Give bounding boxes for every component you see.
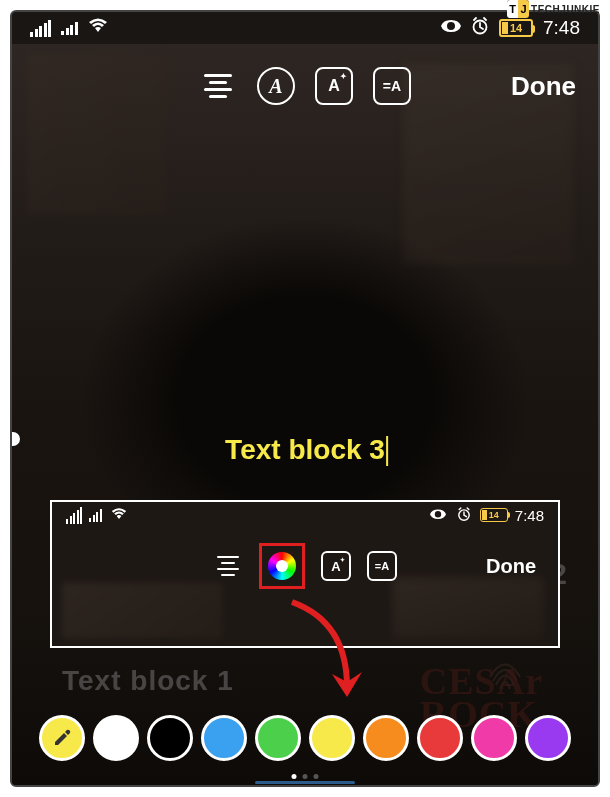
color-picker-highlight [259, 543, 305, 589]
sparkle-icon: ✦ [340, 72, 347, 81]
nav-bar-hint [255, 781, 355, 784]
signal-icon [66, 507, 82, 524]
text-edit-toolbar: A A ✦ =A Done [12, 56, 598, 116]
color-swatch-pink[interactable] [471, 715, 517, 761]
inset-status-bar: 14 7:48 [52, 502, 558, 528]
page-indicator [292, 774, 319, 779]
watermark-logo-icon: TJ [507, 0, 529, 18]
clock: 7:48 [543, 17, 580, 39]
inset-bg-button: =A [367, 551, 397, 581]
battery-icon: 14 [480, 508, 508, 522]
color-swatch-yellow[interactable] [309, 715, 355, 761]
color-swatch-green[interactable] [255, 715, 301, 761]
effect-a-icon: A [328, 77, 340, 95]
wifi-icon [111, 507, 127, 522]
svg-point-2 [436, 512, 439, 515]
signal-secondary-icon [61, 22, 78, 35]
color-swatch-orange[interactable] [363, 715, 409, 761]
color-swatch-red[interactable] [417, 715, 463, 761]
font-a-icon: A [269, 75, 282, 98]
inset-done-button: Done [486, 555, 536, 578]
watermark-text: TECHJUNKIE [531, 4, 600, 15]
color-swatch-purple[interactable] [525, 715, 571, 761]
alarm-icon [457, 507, 471, 524]
eyedropper-icon [51, 727, 73, 749]
text-effect-button[interactable]: A ✦ [315, 67, 353, 105]
color-swatch-white[interactable] [93, 715, 139, 761]
align-center-icon [204, 74, 232, 98]
battery-level: 14 [501, 21, 531, 35]
align-center-icon [217, 556, 239, 576]
inset-effect-button: A ✦ [321, 551, 351, 581]
alarm-icon [471, 17, 489, 39]
battery-level: 14 [481, 509, 507, 521]
text-background-button[interactable]: =A [373, 67, 411, 105]
svg-point-0 [449, 24, 453, 28]
color-swatch-blue[interactable] [201, 715, 247, 761]
align-button[interactable] [199, 67, 237, 105]
text-block-3[interactable]: Text block 3 [225, 434, 385, 466]
wifi-icon [88, 18, 108, 38]
inset-align-button [213, 551, 243, 581]
eye-icon [430, 508, 446, 522]
inset-toolbar: A ✦ =A Done [52, 536, 558, 596]
sparkle-icon: ✦ [340, 556, 345, 563]
bg-a-icon: =A [375, 560, 389, 572]
watermark: TJ TECHJUNKIE [507, 0, 600, 18]
done-button[interactable]: Done [511, 71, 576, 102]
color-swatch-black[interactable] [147, 715, 193, 761]
color-palette [12, 713, 598, 763]
signal-secondary-icon [89, 509, 102, 522]
battery-icon: 14 [499, 19, 533, 37]
eye-icon [441, 19, 461, 37]
bg-a-icon: =A [383, 78, 401, 94]
inset-screenshot: 14 7:48 A ✦ =A Done [50, 500, 560, 648]
color-wheel-icon [268, 552, 296, 580]
signal-icon [30, 20, 51, 37]
clock: 7:48 [515, 507, 544, 524]
app-frame: 14 7:48 A A ✦ =A Done Text block 3 ck 2 … [10, 10, 600, 787]
text-block-1[interactable]: Text block 1 [62, 665, 234, 697]
eyedropper-button[interactable] [39, 715, 85, 761]
font-button[interactable]: A [257, 67, 295, 105]
